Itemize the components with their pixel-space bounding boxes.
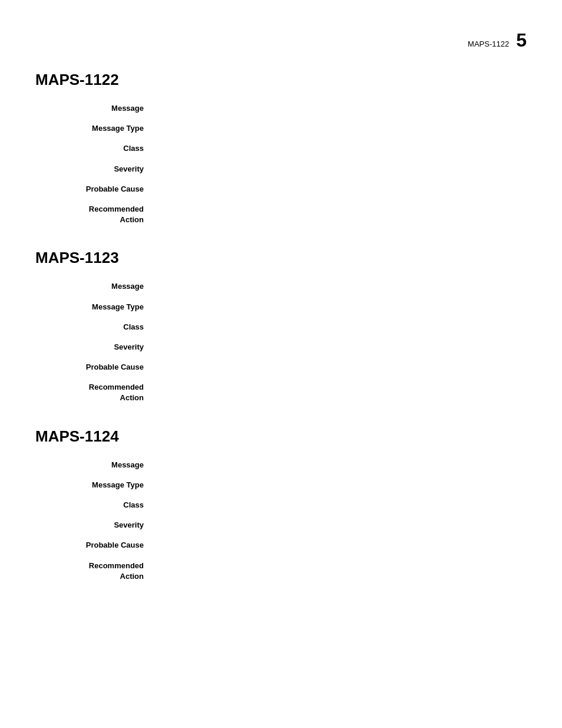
entry-maps-1124-field-row-5: RecommendedAction xyxy=(35,561,527,582)
entry-maps-1123-field-label-5: RecommendedAction xyxy=(35,382,153,403)
entry-maps-1123-field-label-1: Message Type xyxy=(35,302,153,312)
page-content: MAPS-1122MessageMessage TypeClassSeverit… xyxy=(0,0,562,641)
entry-maps-1124-field-label-4: Probable Cause xyxy=(35,540,153,551)
entry-maps-1122-field-row-0: Message xyxy=(35,103,527,114)
entry-maps-1124-field-label-3: Severity xyxy=(35,520,153,531)
page-header: MAPS-1122 5 xyxy=(468,31,527,50)
entry-maps-1124-field-row-4: Probable Cause xyxy=(35,540,527,551)
entry-maps-1122-field-label-5: RecommendedAction xyxy=(35,204,153,225)
entry-maps-1124-field-label-2: Class xyxy=(35,500,153,510)
entry-maps-1122-title: MAPS-1122 xyxy=(35,71,527,89)
entry-maps-1122-field-row-1: Message Type xyxy=(35,123,527,134)
entry-maps-1123-field-row-4: Probable Cause xyxy=(35,362,527,373)
entry-maps-1123: MAPS-1123MessageMessage TypeClassSeverit… xyxy=(35,249,527,403)
entry-maps-1124-title: MAPS-1124 xyxy=(35,427,527,446)
entry-maps-1122-field-row-2: Class xyxy=(35,143,527,154)
entry-maps-1123-field-row-3: Severity xyxy=(35,342,527,353)
entry-maps-1122-field-label-1: Message Type xyxy=(35,123,153,134)
page-number: 5 xyxy=(516,31,527,50)
entry-maps-1124-field-label-0: Message xyxy=(35,460,153,470)
header-label: MAPS-1122 xyxy=(468,39,509,48)
entry-maps-1124-field-row-3: Severity xyxy=(35,520,527,531)
entry-maps-1122-field-label-3: Severity xyxy=(35,164,153,174)
entry-maps-1123-field-label-4: Probable Cause xyxy=(35,362,153,373)
entry-maps-1123-field-label-2: Class xyxy=(35,322,153,332)
entry-maps-1122-field-row-4: Probable Cause xyxy=(35,184,527,195)
entry-maps-1123-field-label-3: Severity xyxy=(35,342,153,353)
entry-maps-1124: MAPS-1124MessageMessage TypeClassSeverit… xyxy=(35,427,527,582)
entry-maps-1123-title: MAPS-1123 xyxy=(35,249,527,267)
entry-maps-1122-field-row-5: RecommendedAction xyxy=(35,204,527,225)
entry-maps-1124-field-label-1: Message Type xyxy=(35,480,153,490)
entry-maps-1123-field-row-5: RecommendedAction xyxy=(35,382,527,403)
entry-maps-1122-field-label-0: Message xyxy=(35,103,153,114)
entry-maps-1122-field-label-4: Probable Cause xyxy=(35,184,153,195)
entry-maps-1124-field-row-0: Message xyxy=(35,460,527,470)
entry-maps-1122: MAPS-1122MessageMessage TypeClassSeverit… xyxy=(35,71,527,225)
entry-maps-1124-field-row-1: Message Type xyxy=(35,480,527,490)
entry-maps-1124-field-row-2: Class xyxy=(35,500,527,510)
entry-maps-1123-field-row-1: Message Type xyxy=(35,302,527,312)
entry-maps-1123-field-row-0: Message xyxy=(35,281,527,292)
entry-maps-1123-field-row-2: Class xyxy=(35,322,527,332)
entry-maps-1124-field-label-5: RecommendedAction xyxy=(35,561,153,582)
entry-maps-1123-field-label-0: Message xyxy=(35,281,153,292)
entry-maps-1122-field-row-3: Severity xyxy=(35,164,527,174)
entry-maps-1122-field-label-2: Class xyxy=(35,143,153,154)
